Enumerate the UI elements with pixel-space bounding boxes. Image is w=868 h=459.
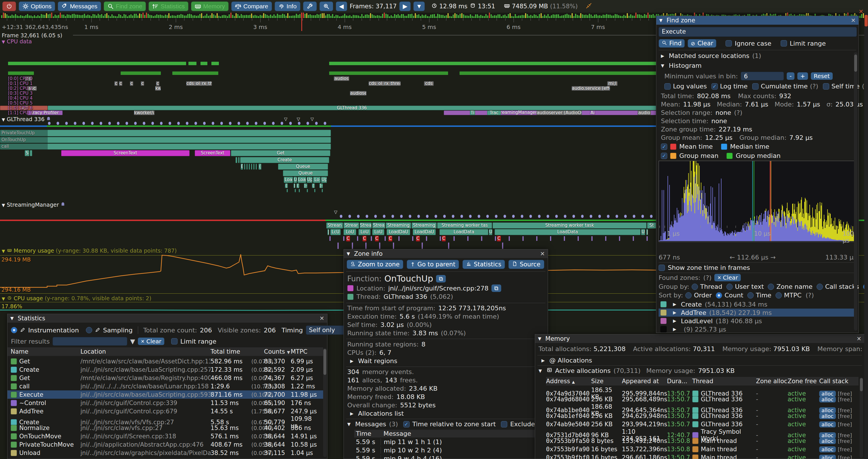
sample-dot[interactable] bbox=[255, 122, 257, 125]
table-row[interactable]: Get/mnt/e/claw/src/claw/base/AssetDict.h… bbox=[7, 357, 323, 365]
stream-zone[interactable]: C bbox=[346, 236, 350, 241]
group-by-radio-user-text[interactable] bbox=[726, 284, 733, 290]
sample-dot[interactable] bbox=[503, 215, 506, 218]
cpu-zone[interactable]: Trac bbox=[487, 110, 501, 115]
table-row[interactable]: Executejni/../jni/src/claw/base/LuaScrip… bbox=[7, 390, 323, 399]
collapse-icon[interactable]: ▼ bbox=[347, 251, 350, 256]
gl-zone[interactable]: ScreenText bbox=[195, 150, 230, 156]
sample-dot[interactable] bbox=[212, 122, 214, 125]
cpu-zone[interactable]: audio.service (effect) bbox=[571, 86, 610, 91]
table-row[interactable]: 0x7553b9fbf016 bytes296,661,186ns13:50.7… bbox=[546, 453, 859, 459]
clear-button[interactable]: ⊘Clear bbox=[688, 39, 716, 47]
clear-filter-button[interactable]: ✕Clear bbox=[138, 337, 164, 345]
find-zone-title-bar[interactable]: ▼ Find zone ✕ bbox=[656, 16, 859, 25]
sample-dot[interactable] bbox=[460, 215, 463, 218]
stream-zone[interactable]: LoU bbox=[343, 229, 356, 235]
sample-dot[interactable] bbox=[598, 215, 601, 218]
sample-dot[interactable] bbox=[74, 122, 76, 125]
found-zone-group[interactable]: ▶LoadLevel(18) 406.88 μs bbox=[659, 317, 856, 325]
sample-dot[interactable] bbox=[417, 215, 420, 218]
cpu-zone[interactable]: audiose bbox=[350, 91, 367, 96]
sample-dot[interactable] bbox=[486, 215, 489, 218]
cpu-zone[interactable]: c bbox=[119, 81, 122, 86]
stream-zone[interactable]: | bbox=[646, 229, 648, 235]
sample-dot[interactable] bbox=[572, 215, 575, 218]
sample-dot[interactable] bbox=[348, 215, 351, 218]
sample-dot[interactable] bbox=[100, 122, 102, 125]
close-icon[interactable]: ✕ bbox=[540, 250, 545, 257]
stream-zone[interactable]: U bbox=[489, 229, 492, 235]
tools-button[interactable] bbox=[303, 1, 317, 11]
stream-zone[interactable]: Strear bbox=[343, 223, 359, 229]
found-zone-group[interactable]: ▶AddTree(18,542) 227.19 ms bbox=[659, 308, 856, 317]
sample-dot[interactable] bbox=[65, 122, 68, 125]
stream-zone[interactable]: Streaming bbox=[386, 223, 411, 229]
table-row[interactable]: AddTreejni/../jni/src/guif/Control.cpp:6… bbox=[7, 407, 323, 415]
sample-dot[interactable] bbox=[547, 215, 549, 218]
alloc-callstack-button[interactable]: alloc bbox=[819, 446, 836, 452]
table-row[interactable]: ~Controljni/../jni/src/guif/Control.cpp:… bbox=[7, 399, 323, 407]
cpu-zone[interactable]: cds_ol_rx_threa bbox=[369, 81, 401, 86]
alloc-callstack-button[interactable]: alloc bbox=[819, 396, 836, 402]
stream-zone[interactable]: | bbox=[328, 229, 329, 235]
stream-zone[interactable]: Strea bbox=[360, 223, 372, 229]
legend-checkbox[interactable]: ✓ bbox=[661, 143, 667, 150]
cpu-zone[interactable]: audioserver (AudioOut_D) bbox=[536, 110, 582, 115]
gl-zone[interactable] bbox=[30, 150, 32, 156]
gl-zone[interactable]: Up bbox=[307, 177, 312, 183]
stream-zone[interactable]: C bbox=[416, 236, 420, 241]
stream-zone[interactable]: C bbox=[497, 236, 501, 241]
gl-zone[interactable] bbox=[314, 189, 315, 192]
sample-dot[interactable] bbox=[538, 215, 540, 218]
find-button[interactable]: Find bbox=[659, 39, 685, 47]
message-row[interactable]: 5.59 smip 11 w 1 h 1 (1) bbox=[354, 438, 540, 446]
info-button[interactable]: Info bbox=[275, 1, 301, 11]
statistics-table-header[interactable]: NameLocationTotal timeCounts ▼MTPC bbox=[7, 347, 323, 356]
sample-dot[interactable] bbox=[357, 215, 360, 218]
stream-zone[interactable]: LoU bbox=[359, 229, 371, 235]
stream-zone[interactable]: Strea bbox=[372, 223, 385, 229]
sample-dot[interactable] bbox=[495, 215, 497, 218]
sample-dot[interactable] bbox=[151, 122, 154, 125]
prev-frame-button[interactable]: ◀ bbox=[336, 1, 347, 11]
stream-zone[interactable]: Streaming worker task bbox=[493, 223, 647, 229]
sample-dot[interactable] bbox=[400, 215, 403, 218]
alloc-callstack-button[interactable]: alloc bbox=[819, 421, 836, 427]
gl-zone[interactable] bbox=[256, 164, 257, 170]
filter-input[interactable] bbox=[53, 337, 127, 346]
stream-zone[interactable]: LoadDaU bbox=[386, 229, 410, 235]
gl-zone[interactable]: |- bbox=[319, 184, 323, 188]
sample-dot[interactable] bbox=[246, 122, 249, 125]
sample-dot[interactable] bbox=[160, 122, 162, 125]
stream-zone[interactable]: LcU bbox=[330, 229, 341, 235]
sample-dot[interactable] bbox=[512, 215, 515, 218]
sample-dot[interactable] bbox=[478, 215, 480, 218]
sample-dot[interactable] bbox=[324, 122, 326, 125]
cpu-zone[interactable]: cds bbox=[424, 81, 434, 86]
sample-dot[interactable] bbox=[238, 122, 240, 125]
matched-locations-toggle[interactable]: ▶Matched source locations (1) bbox=[661, 52, 761, 59]
gl-zone[interactable]: ( bbox=[297, 184, 299, 188]
gl-zone[interactable] bbox=[251, 164, 252, 170]
table-row[interactable]: Createjni/../jni/src/claw/base/LuaScript… bbox=[7, 365, 323, 374]
table-row[interactable]: OnTouchMovejni/../jni/src/guif/Screen.cp… bbox=[7, 432, 323, 440]
stream-zone[interactable]: Streaming worker tas bbox=[437, 223, 492, 229]
gl-zone[interactable]: Loa bbox=[298, 177, 306, 183]
table-row[interactable]: 0x7531d7b04096 KB1:10 234,952,16112:40.7… bbox=[546, 428, 859, 437]
gl-zone[interactable]: call bbox=[0, 143, 331, 150]
table-row[interactable]: 0x74a9d68040256 KB295,668,489ns13:50.7GL… bbox=[546, 395, 859, 403]
collapse-icon[interactable]: ▼ bbox=[659, 18, 663, 23]
zoom-tool-button[interactable] bbox=[319, 1, 333, 11]
stream-zone[interactable]: Streaming bbox=[412, 223, 437, 229]
gl-zone[interactable] bbox=[322, 189, 323, 192]
collapsed-zone-marker[interactable]: ▽ bbox=[310, 117, 314, 122]
message-row[interactable]: 5.59 smip 9 w 4 h 4 (16) bbox=[354, 455, 540, 459]
limit-range-checkbox[interactable] bbox=[171, 338, 178, 345]
sample-dot[interactable] bbox=[177, 122, 180, 125]
time-relative-checkbox[interactable]: ✓ bbox=[403, 421, 410, 427]
memory-title-bar[interactable]: ▼ Memory ✕ bbox=[535, 334, 864, 343]
zone-source-button[interactable]: Source bbox=[508, 260, 544, 269]
sort-by-radio-time[interactable] bbox=[747, 292, 754, 299]
cpu-zone[interactable]: cds_ol_rx_thr bbox=[186, 81, 212, 86]
gl-zone[interactable]: ( bbox=[312, 184, 315, 188]
